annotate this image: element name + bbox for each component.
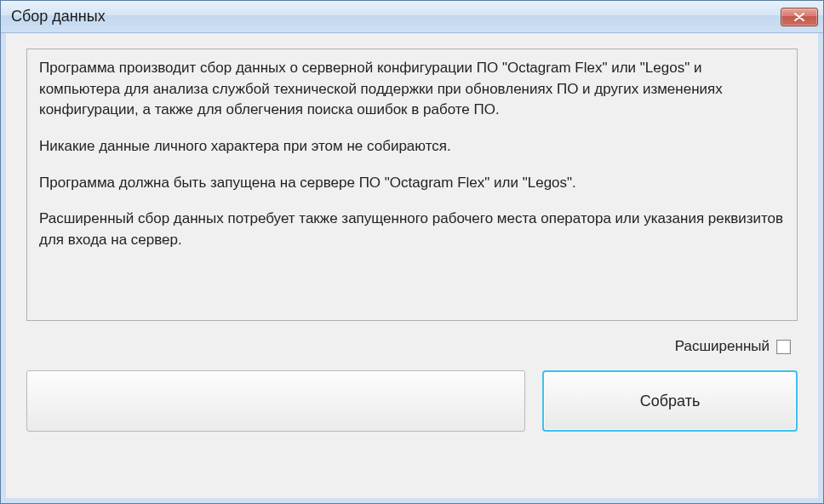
collect-button[interactable]: Собрать	[542, 370, 798, 432]
close-icon	[794, 13, 804, 21]
progress-bar	[26, 370, 525, 432]
dialog-window: Сбор данных Программа производит сбор да…	[0, 0, 824, 504]
extended-option-row: Расширенный	[26, 338, 798, 355]
description-paragraph-3: Программа должна быть запущена на сервер…	[39, 173, 785, 194]
button-row: Собрать	[26, 370, 798, 479]
titlebar[interactable]: Сбор данных	[1, 1, 823, 33]
extended-label: Расширенный	[675, 338, 770, 355]
window-title: Сбор данных	[11, 8, 106, 26]
collect-button-label: Собрать	[640, 392, 701, 410]
close-button[interactable]	[781, 8, 818, 26]
extended-checkbox[interactable]	[776, 340, 791, 354]
client-area: Программа производит сбор данных о серве…	[1, 33, 823, 503]
description-paragraph-1: Программа производит сбор данных о серве…	[39, 58, 785, 121]
description-panel: Программа производит сбор данных о серве…	[26, 49, 798, 321]
description-paragraph-2: Никакие данные личного характера при это…	[39, 136, 785, 158]
description-paragraph-4: Расширенный сбор данных потребует также …	[39, 209, 785, 250]
